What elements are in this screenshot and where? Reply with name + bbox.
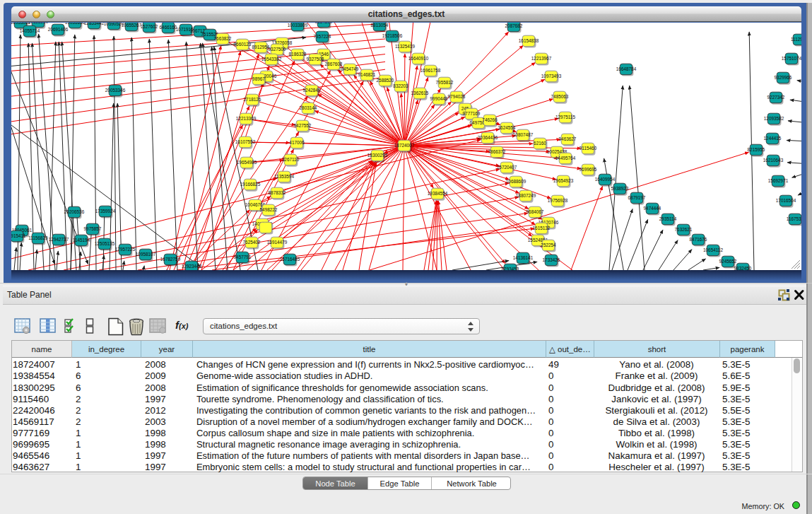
svg-text:2718126: 2718126 (244, 97, 261, 102)
svg-text:7357224: 7357224 (314, 34, 331, 39)
svg-text:10033809: 10033809 (288, 23, 308, 28)
svg-text:9227342: 9227342 (767, 95, 785, 100)
svg-text:746266: 746266 (482, 117, 498, 122)
svg-text:9777169: 9777169 (463, 111, 481, 116)
svg-text:10654112: 10654112 (703, 247, 723, 252)
svg-text:1112939: 1112939 (791, 37, 801, 42)
svg-text:20691406: 20691406 (48, 27, 69, 32)
svg-text:5498222: 5498222 (260, 207, 278, 212)
svg-text:8660123: 8660123 (234, 42, 252, 47)
svg-text:8471676: 8471676 (690, 237, 707, 242)
svg-text:1167533: 1167533 (787, 216, 801, 221)
svg-text:15751074: 15751074 (782, 56, 801, 61)
svg-text:7625402: 7625402 (243, 240, 261, 245)
svg-text:2803144: 2803144 (300, 105, 317, 110)
svg-text:16543382: 16543382 (261, 57, 282, 62)
svg-text:15716485: 15716485 (280, 257, 300, 262)
svg-text:1527602: 1527602 (141, 24, 158, 29)
svg-text:9474444: 9474444 (644, 206, 661, 211)
svg-text:9329966: 9329966 (775, 75, 792, 80)
svg-text:20364436: 20364436 (478, 135, 498, 140)
svg-text:18300295: 18300295 (367, 153, 388, 158)
svg-text:12213369: 12213369 (236, 116, 257, 121)
svg-text:8215955: 8215955 (748, 147, 765, 152)
svg-text:1615132: 1615132 (533, 226, 551, 230)
svg-text:9327500: 9327500 (269, 47, 286, 52)
svg-text:16914479: 16914479 (267, 240, 288, 245)
svg-text:16107552: 16107552 (235, 139, 256, 144)
svg-text:11325419: 11325419 (395, 44, 415, 49)
svg-text:9684067: 9684067 (526, 209, 544, 214)
svg-text:1244415: 1244415 (764, 136, 782, 141)
svg-text:10807487: 10807487 (513, 132, 534, 137)
svg-text:7866372: 7866372 (488, 149, 506, 154)
svg-text:19654985: 19654985 (237, 160, 257, 165)
svg-text:8912954: 8912954 (252, 45, 270, 49)
svg-text:9245652: 9245652 (719, 259, 737, 264)
svg-text:16648784: 16648784 (616, 66, 637, 71)
svg-text:6466160: 6466160 (160, 25, 177, 30)
svg-text:16154838: 16154838 (519, 38, 539, 43)
svg-text:10973493: 10973493 (541, 74, 562, 78)
svg-text:16409954: 16409954 (595, 177, 616, 182)
svg-text:14495764: 14495764 (555, 156, 576, 160)
svg-text:62160: 62160 (534, 141, 546, 146)
svg-text:9457791: 9457791 (234, 255, 252, 259)
svg-text:19166825: 19166825 (240, 182, 261, 187)
svg-text:8186328: 8186328 (289, 52, 307, 57)
svg-text:10655267: 10655267 (122, 23, 142, 28)
svg-text:9115460: 9115460 (579, 146, 597, 151)
svg-text:9634509: 9634509 (315, 23, 333, 24)
svg-text:19756928: 19756928 (548, 198, 568, 203)
svg-text:3915411: 3915411 (11, 233, 26, 238)
svg-text:1362615: 1362615 (411, 90, 429, 95)
svg-text:16640910: 16640910 (408, 56, 429, 61)
svg-text:9990448: 9990448 (430, 96, 448, 101)
svg-text:252254: 252254 (541, 243, 556, 247)
svg-text:3624554: 3624554 (498, 125, 516, 130)
svg-text:14055714: 14055714 (20, 28, 40, 33)
svg-text:17957225: 17957225 (115, 247, 136, 252)
svg-text:10688609: 10688609 (506, 179, 526, 184)
svg-text:12853442: 12853442 (84, 23, 105, 25)
svg-text:9975857: 9975857 (84, 226, 102, 231)
svg-text:12923448: 12923448 (182, 264, 202, 269)
svg-text:7663822: 7663822 (214, 36, 232, 41)
svg-text:2867608: 2867608 (325, 62, 343, 66)
svg-text:1145194: 1145194 (73, 238, 90, 243)
svg-text:9699695: 9699695 (579, 167, 597, 172)
svg-text:7632621: 7632621 (675, 227, 693, 232)
svg-text:19654923: 19654923 (553, 178, 574, 183)
svg-text:16210643: 16210643 (763, 158, 784, 163)
svg-text:7485063: 7485063 (551, 94, 569, 99)
svg-text:20206536: 20206536 (64, 209, 85, 214)
svg-text:12213967: 12213967 (531, 56, 552, 61)
svg-text:9327508: 9327508 (307, 57, 324, 62)
svg-text:12975115: 12975115 (555, 115, 575, 119)
svg-text:2935114: 2935114 (659, 216, 677, 221)
svg-text:20053346: 20053346 (105, 88, 126, 93)
svg-text:17359924: 17359924 (95, 209, 116, 214)
svg-text:9242848: 9242848 (303, 88, 321, 93)
svg-text:15720407: 15720407 (497, 165, 517, 170)
svg-text:9427552: 9427552 (294, 123, 312, 128)
svg-text:10625269: 10625269 (28, 23, 49, 24)
svg-text:8878332: 8878332 (269, 190, 286, 195)
svg-text:17016504: 17016504 (776, 198, 796, 203)
svg-text:417006: 417006 (289, 140, 305, 145)
svg-text:2588520: 2588520 (377, 78, 394, 83)
svg-text:9146821: 9146821 (358, 72, 376, 77)
svg-text:832203: 832203 (393, 83, 408, 88)
svg-text:9794028: 9794028 (448, 94, 466, 99)
svg-text:3267110: 3267110 (282, 157, 300, 162)
svg-text:18724007: 18724007 (394, 143, 415, 148)
svg-text:12505135: 12505135 (95, 241, 115, 246)
svg-text:18807249: 18807249 (516, 193, 536, 198)
svg-text:8813054: 8813054 (371, 23, 389, 28)
svg-text:11156829: 11156829 (28, 235, 48, 240)
svg-text:1733426: 1733426 (543, 257, 560, 262)
svg-text:15692971: 15692971 (768, 178, 789, 183)
svg-text:12093582: 12093582 (764, 116, 784, 121)
svg-text:7955812: 7955812 (436, 80, 454, 85)
svg-text:8454749: 8454749 (341, 66, 359, 71)
